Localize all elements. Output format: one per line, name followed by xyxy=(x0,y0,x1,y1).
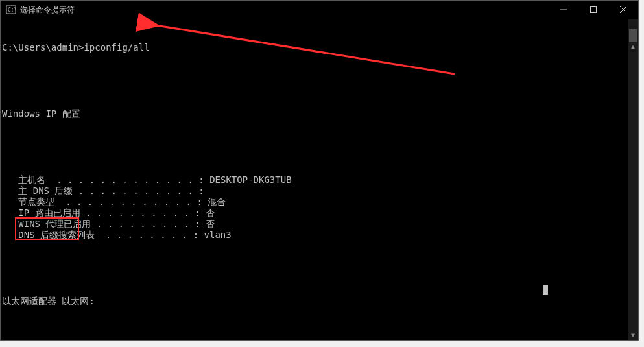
line-value: DESKTOP-DKG3TUB xyxy=(209,174,291,185)
output-line: IP 路由已启用 . . . . . . . . . . : 否 xyxy=(2,208,638,219)
svg-rect-2 xyxy=(591,7,597,13)
scroll-up-button[interactable]: ▲ xyxy=(628,41,638,51)
blank-line xyxy=(2,263,638,274)
line-label: 主机名 . . . . . . . . . . . . . : xyxy=(2,174,209,185)
blank-line xyxy=(2,75,638,86)
adapter-header: 以太网适配器 以太网: xyxy=(2,296,638,307)
svg-text:C:\: C:\ xyxy=(8,7,16,13)
text-cursor xyxy=(543,285,548,295)
output-line: 主机名 . . . . . . . . . . . . . : DESKTOP-… xyxy=(2,174,638,185)
line-value: 否 xyxy=(206,219,215,230)
cmd-icon: C:\ xyxy=(6,5,16,15)
scrollbar[interactable]: ▲ ▼ xyxy=(628,19,638,340)
line-value: 否 xyxy=(206,208,215,219)
cmd-window: C:\ 选择命令提示符 C:\Users\admin>ipconfig/all … xyxy=(0,0,639,341)
scroll-thumb[interactable] xyxy=(629,29,637,42)
line-label: DNS 后缀搜索列表 . . . . . . . . : xyxy=(2,230,204,241)
blank-line xyxy=(2,329,638,340)
output-line: WINS 代理已启用 . . . . . . . . . : 否 xyxy=(2,219,638,230)
output-line: 主 DNS 后缀 . . . . . . . . . . . : xyxy=(2,185,638,197)
blank-line xyxy=(2,141,638,152)
line-value: 混合 xyxy=(208,197,226,208)
command-text: ipconfig/all xyxy=(84,42,149,53)
close-button[interactable] xyxy=(608,1,638,19)
line-label: 节点类型 . . . . . . . . . . . . : xyxy=(2,197,208,208)
line-label: WINS 代理已启用 . . . . . . . . . : xyxy=(2,219,206,230)
line-value: vlan3 xyxy=(204,230,232,241)
section-header: Windows IP 配置 xyxy=(2,108,638,119)
terminal-area[interactable]: C:\Users\admin>ipconfig/all Windows IP 配… xyxy=(1,19,638,340)
host-block: 主机名 . . . . . . . . . . . . . : DESKTOP-… xyxy=(2,174,638,241)
line-label: IP 路由已启用 . . . . . . . . . . : xyxy=(2,208,206,219)
scroll-down-button[interactable]: ▼ xyxy=(628,329,638,340)
output-line: DNS 后缀搜索列表 . . . . . . . . : vlan3 xyxy=(2,230,638,241)
minimize-button[interactable] xyxy=(549,1,578,19)
titlebar[interactable]: C:\ 选择命令提示符 xyxy=(1,1,638,19)
maximize-button[interactable] xyxy=(578,1,608,19)
line-label: 主 DNS 后缀 . . . . . . . . . . . : xyxy=(2,185,209,197)
output-line: 节点类型 . . . . . . . . . . . . : 混合 xyxy=(2,197,638,208)
window-title: 选择命令提示符 xyxy=(20,5,75,16)
prompt: C:\Users\admin> xyxy=(2,42,84,53)
prompt-line: C:\Users\admin>ipconfig/all xyxy=(2,42,638,53)
